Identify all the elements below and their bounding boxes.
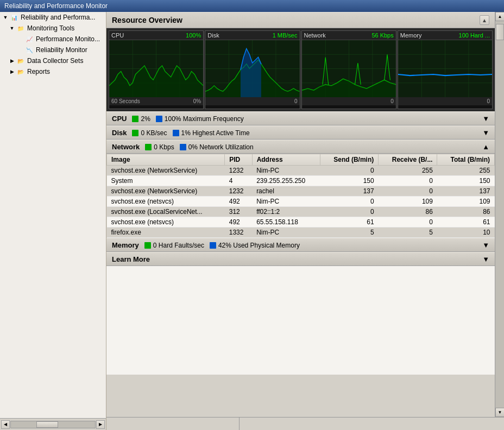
scroll-track[interactable]: [495, 21, 504, 408]
right-panel: Resource Overview ▲ CPU 100%: [106, 12, 504, 430]
col-pid[interactable]: PID: [225, 154, 252, 166]
expand-arrow-rep: ▶: [9, 68, 15, 75]
table-cell-send: 150: [320, 176, 378, 186]
sidebar-label-rel: Reliability Monitor: [36, 46, 87, 54]
learn-more-expand-btn[interactable]: ▼: [482, 255, 489, 263]
table-cell-image: System: [107, 176, 225, 186]
scroll-up-btn[interactable]: ▲: [495, 12, 504, 21]
right-content: Resource Overview ▲ CPU 100%: [106, 12, 504, 417]
sidebar-item-root[interactable]: ▼ 📊 Reliability and Performa...: [0, 12, 106, 23]
table-cell-receive: 86: [379, 207, 437, 217]
table-cell-total: 109: [437, 197, 495, 207]
col-total[interactable]: Total (B/min): [437, 154, 495, 166]
network-chart-svg: [302, 40, 396, 97]
app-window: Reliability and Performance Monitor ▼ 📊 …: [0, 0, 504, 430]
cpu-section-title: CPU: [112, 115, 127, 123]
memory-chart-container: Memory 100 Hard ...: [398, 30, 493, 109]
sidebar-item-reports[interactable]: ▶ 📂 Reports: [0, 66, 106, 77]
network-chart-value: 56 Kbps: [371, 32, 393, 39]
cpu-chart-container: CPU 100%: [109, 30, 204, 109]
resource-overview-title: Resource Overview: [112, 16, 182, 24]
disk-header-left: Disk 0 KB/sec 1% Highest Active Time: [112, 129, 250, 137]
network-section-header[interactable]: Network 0 Kbps 0% Network Utilization: [106, 141, 495, 154]
col-address[interactable]: Address: [252, 154, 320, 166]
network-footer-right: 0: [390, 98, 394, 104]
table-row: svchost.exe (NetworkService)1232rachel13…: [107, 186, 495, 197]
network-chart-container: Network 56 Kbps: [301, 30, 396, 109]
disk-chart-label: Disk: [207, 32, 219, 39]
network-table: Image PID Address Send (B/min) Receive (…: [106, 154, 495, 238]
table-row: System4239.255.255.2501500150: [107, 176, 495, 186]
expand-arrow: ▼: [2, 14, 9, 21]
resource-overview-header[interactable]: Resource Overview ▲: [106, 12, 495, 28]
sidebar-content[interactable]: ▼ 📊 Reliability and Performa... ▼ 📁 Moni…: [0, 12, 106, 418]
main-scrollbar: ▲ ▼: [495, 12, 504, 417]
chart-icon: 📊: [10, 13, 18, 22]
cpu-status-2: 100% Maximum Frequency: [156, 115, 244, 123]
table-cell-address: rachel: [252, 186, 320, 197]
table-cell-address: ff02::1:2: [252, 207, 320, 217]
cpu-expand-btn[interactable]: ▼: [482, 115, 489, 123]
table-row: svchost.exe (netsvcs)492Nim-PC0109109: [107, 197, 495, 207]
sidebar-item-monitoring-tools[interactable]: ▼ 📁 Monitoring Tools: [0, 23, 106, 34]
table-cell-receive: 255: [379, 166, 437, 176]
col-image[interactable]: Image: [107, 154, 225, 166]
network-status-1: 0 Kbps: [145, 143, 174, 151]
disk-section-header[interactable]: Disk 0 KB/sec 1% Highest Active Time ▼: [106, 125, 495, 140]
cpu-chart-value: 100%: [186, 32, 201, 39]
table-cell-total: 10: [437, 227, 495, 238]
table-cell-image: svchost.exe (netsvcs): [107, 197, 225, 207]
memory-chart-canvas: [398, 40, 492, 97]
col-send[interactable]: Send (B/min): [320, 154, 378, 166]
memory-status-1-text: 0 Hard Faults/sec: [153, 242, 204, 249]
sidebar-label-collector: Data Collector Sets: [27, 57, 83, 65]
bottom-padding: [106, 266, 495, 375]
memory-section-title: Memory: [112, 241, 139, 249]
table-cell-address: 65.55.158.118: [252, 217, 320, 227]
network-chart-label: Network: [304, 32, 326, 39]
sidebar-scroll-left[interactable]: ◀: [1, 420, 10, 429]
memory-chart-value: 100 Hard ...: [459, 32, 490, 39]
cpu-chart-label: CPU: [111, 32, 124, 39]
table-cell-send: 0: [320, 197, 378, 207]
table-cell-total: 137: [437, 186, 495, 197]
folder-icon: 📁: [16, 24, 25, 33]
cpu-footer-right: 0%: [193, 98, 201, 104]
disk-chart-value: 1 MB/sec: [273, 32, 298, 39]
scroll-down-btn[interactable]: ▼: [495, 408, 504, 417]
cpu-chart-header: CPU 100%: [109, 31, 203, 40]
charts-row: CPU 100%: [106, 28, 495, 111]
status-left: [106, 418, 240, 430]
memory-expand-btn[interactable]: ▼: [482, 241, 489, 249]
status-right: [240, 418, 504, 430]
network-header-left: Network 0 Kbps 0% Network Utilization: [112, 143, 254, 151]
cpu-section-header[interactable]: CPU 2% 100% Maximum Frequency ▼: [106, 111, 495, 125]
reliability-monitor-icon: 📉: [25, 46, 34, 54]
reports-icon: 📂: [16, 67, 25, 76]
scroll-thumb[interactable]: [496, 24, 504, 40]
sidebar-scroll-right[interactable]: ▶: [96, 420, 105, 429]
disk-section-title: Disk: [112, 129, 127, 137]
sidebar-item-data-collector[interactable]: ▶ 📂 Data Collector Sets: [0, 55, 106, 66]
sidebar-item-performance-monitor[interactable]: ▶ 📈 Performance Monito...: [0, 34, 106, 45]
network-expand-btn[interactable]: ▲: [482, 143, 489, 151]
disk-expand-btn[interactable]: ▼: [482, 129, 489, 137]
cpu-status-1-text: 2%: [141, 115, 150, 123]
table-cell-total: 150: [437, 176, 495, 186]
col-receive[interactable]: Receive (B/...: [379, 154, 437, 166]
cpu-blue-dot: [156, 116, 162, 122]
learn-more-section-header[interactable]: Learn More ▼: [106, 252, 495, 266]
resource-overview-expand-btn[interactable]: ▲: [480, 15, 489, 25]
disk-status-2-text: 1% Highest Active Time: [181, 129, 250, 137]
table-cell-pid: 492: [225, 217, 252, 227]
memory-section-header[interactable]: Memory 0 Hard Faults/sec 42% Used Physic…: [106, 238, 495, 252]
performance-monitor-icon: 📈: [25, 35, 34, 43]
memory-blue-dot: [210, 242, 216, 249]
disk-status-1: 0 KB/sec: [132, 129, 167, 137]
disk-status-1-text: 0 KB/sec: [141, 129, 167, 137]
sidebar-item-reliability-monitor[interactable]: ▶ 📉 Reliability Monitor: [0, 45, 106, 55]
network-table-scroll[interactable]: Image PID Address Send (B/min) Receive (…: [106, 154, 495, 238]
network-chart-footer: 0: [302, 97, 396, 105]
memory-footer-right: 0: [487, 98, 490, 104]
sidebar: ▼ 📊 Reliability and Performa... ▼ 📁 Moni…: [0, 12, 106, 430]
